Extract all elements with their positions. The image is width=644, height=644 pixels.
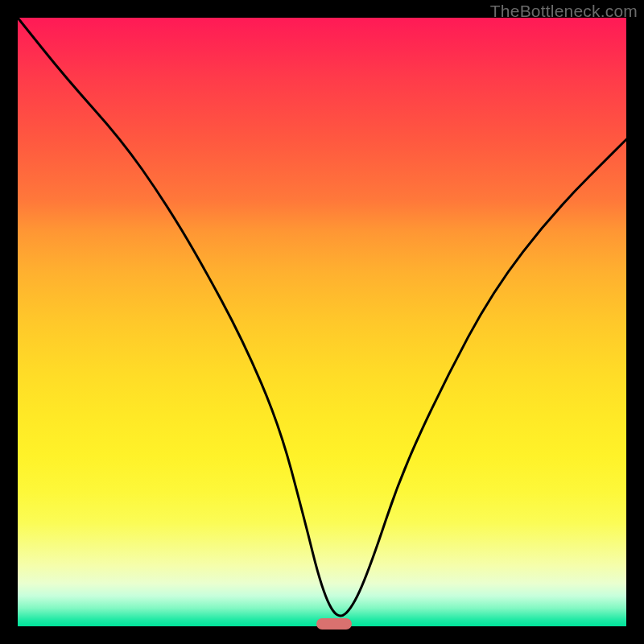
watermark-text: TheBottleneck.com <box>490 2 638 21</box>
bottleneck-curve <box>18 18 626 626</box>
plot-area <box>18 18 626 626</box>
chart-frame: TheBottleneck.com <box>0 0 644 644</box>
curve-path <box>18 18 626 616</box>
optimal-marker <box>316 618 352 630</box>
